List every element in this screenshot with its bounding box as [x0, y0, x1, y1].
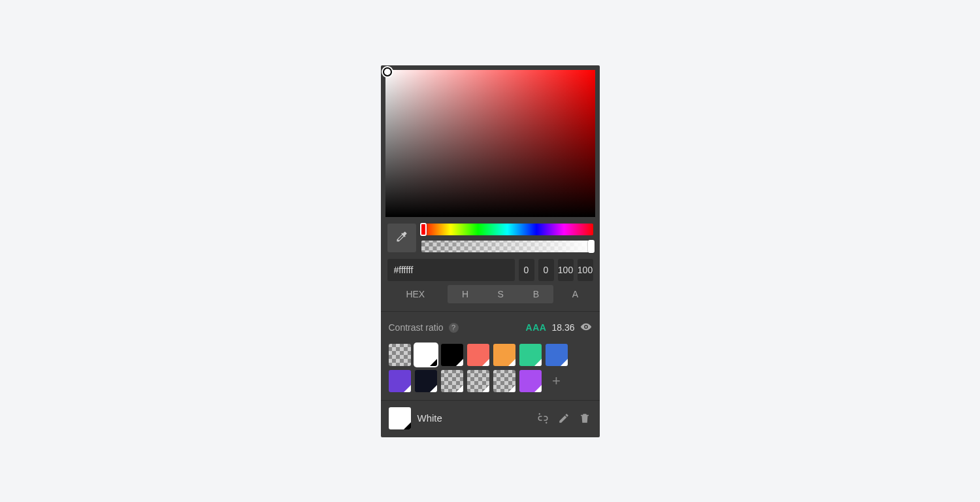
contrast-label: Contrast ratio [389, 322, 444, 333]
alpha-input[interactable] [578, 259, 593, 281]
alpha-thumb[interactable] [588, 240, 595, 253]
mode-h[interactable]: H [448, 285, 483, 303]
swatch-black[interactable] [441, 344, 463, 366]
eyedropper-button[interactable] [387, 224, 416, 252]
hex-input[interactable] [387, 259, 515, 281]
contrast-rating: AAA [526, 322, 547, 333]
color-picker-panel: HEX H S B A Contrast ratio ? AAA 18.36 +… [381, 65, 600, 437]
add-swatch-button[interactable]: + [546, 370, 568, 392]
footer-swatch[interactable] [389, 407, 411, 429]
swatch-coral[interactable] [467, 344, 489, 366]
hue-input[interactable] [519, 259, 534, 281]
unlink-icon[interactable] [536, 411, 550, 426]
footer-row: White [381, 400, 600, 437]
saturation-input[interactable] [538, 259, 554, 281]
swatch-blue[interactable] [546, 344, 568, 366]
eyedropper-icon [395, 230, 408, 245]
swatch-purple[interactable] [519, 370, 542, 392]
swatch-transparent[interactable] [389, 344, 411, 366]
alpha-label: A [557, 285, 593, 303]
sliders [421, 224, 593, 252]
contrast-row: Contrast ratio ? AAA 18.36 [381, 312, 600, 344]
swatch-green[interactable] [519, 344, 542, 366]
swatch-empty-3[interactable] [493, 370, 515, 392]
swatch-empty-2[interactable] [467, 370, 489, 392]
swatch-white[interactable] [415, 344, 437, 366]
swatch-violet[interactable] [389, 370, 411, 392]
edit-icon[interactable] [557, 411, 571, 426]
eye-icon[interactable] [580, 321, 592, 335]
footer-color-name: White [417, 412, 442, 424]
help-icon[interactable]: ? [449, 323, 459, 333]
picker-row [381, 217, 600, 256]
sb-thumb[interactable] [383, 67, 392, 76]
trash-icon[interactable] [578, 411, 592, 426]
color-mode-toggle[interactable]: H S B [448, 285, 553, 303]
swatch-navy[interactable] [415, 370, 437, 392]
contrast-value: 18.36 [551, 322, 574, 333]
brightness-input[interactable] [558, 259, 574, 281]
swatch-orange[interactable] [493, 344, 515, 366]
hue-thumb[interactable] [420, 223, 427, 236]
hex-label: HEX [387, 285, 444, 303]
alpha-slider[interactable] [421, 241, 593, 252]
hue-slider[interactable] [421, 224, 593, 235]
saturation-brightness-canvas[interactable] [385, 70, 595, 217]
labels-row: HEX H S B A [381, 285, 600, 311]
mode-b[interactable]: B [518, 285, 553, 303]
mode-s[interactable]: S [483, 285, 518, 303]
swatches: + [381, 344, 600, 400]
swatch-empty-1[interactable] [441, 370, 463, 392]
inputs-row [381, 256, 600, 285]
